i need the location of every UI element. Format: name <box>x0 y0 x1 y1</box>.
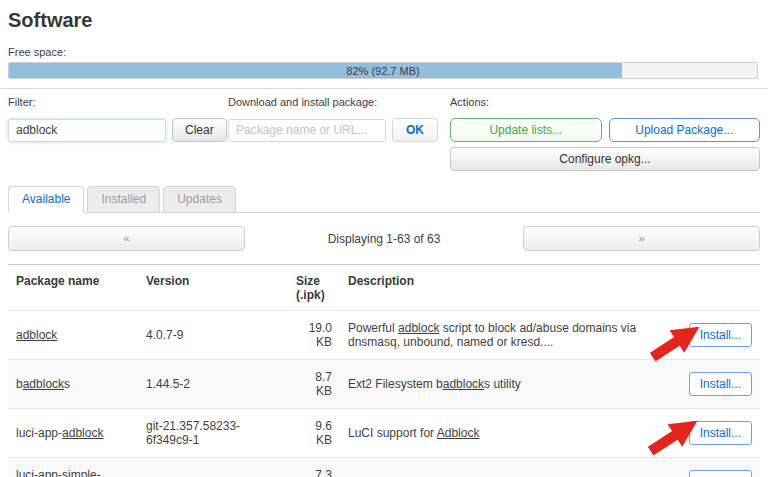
package-table: Package name Version Size (.ipk) Descrip… <box>8 264 760 477</box>
install-button[interactable]: Install... <box>689 372 752 396</box>
package-description: LuCI support for Adblock <box>340 409 676 458</box>
configure-opkg-button[interactable]: Configure opkg... <box>450 147 760 171</box>
package-name[interactable]: luci-app-adblock <box>8 409 138 458</box>
tab-installed[interactable]: Installed <box>87 186 160 213</box>
package-name[interactable]: badblocks <box>8 360 138 409</box>
action-cell: Install... <box>676 360 760 409</box>
page-title: Software <box>0 0 768 46</box>
free-space-label: Free space: <box>0 46 768 62</box>
package-size: 19.0 KB <box>288 311 340 360</box>
package-size: 7.3 KB <box>288 458 340 477</box>
header-description: Description <box>340 265 676 311</box>
update-lists-button[interactable]: Update lists... <box>450 118 602 142</box>
ok-button[interactable]: OK <box>392 118 438 142</box>
header-action <box>676 265 760 311</box>
package-version: git-21.357.58233-6f349c9-1 <box>138 409 288 458</box>
tab-available[interactable]: Available <box>8 186 84 213</box>
actions-label: Actions: <box>450 96 760 108</box>
download-label: Download and install package: <box>228 96 450 108</box>
install-button[interactable]: Install... <box>689 421 752 445</box>
filter-group: Filter: Clear <box>8 96 228 171</box>
prev-page-button[interactable]: « <box>8 226 245 251</box>
table-header-row: Package name Version Size (.ipk) Descrip… <box>8 265 760 311</box>
free-space-value: 82% (92.7 MB) <box>9 63 757 78</box>
package-name[interactable]: adblock <box>8 311 138 360</box>
next-page-button[interactable]: » <box>523 226 760 251</box>
package-description: Provides Web UI for simple-adblock servi… <box>340 458 676 477</box>
header-size: Size (.ipk) <box>288 265 340 311</box>
header-version: Version <box>138 265 288 311</box>
filter-label: Filter: <box>8 96 228 108</box>
clear-button[interactable]: Clear <box>172 118 227 142</box>
package-url-input[interactable] <box>228 119 386 142</box>
table-row-adblock: adblock 4.0.7-9 19.0 KB Powerful adblock… <box>8 311 760 360</box>
package-size: 9.6 KB <box>288 409 340 458</box>
table-row-luci-app-simple-adblock: luci-app-simple-adblock 1.8.7-3-1 7.3 KB… <box>8 458 760 477</box>
package-size: 8.7 KB <box>288 360 340 409</box>
package-version: 1.44.5-2 <box>138 360 288 409</box>
free-space-progressbar: 82% (92.7 MB) <box>8 62 758 79</box>
tab-updates[interactable]: Updates <box>163 186 236 213</box>
upload-package-button[interactable]: Upload Package... <box>609 118 761 142</box>
package-description: Powerful adblock script to block ad/abus… <box>340 311 676 360</box>
package-version: 4.0.7-9 <box>138 311 288 360</box>
pagination-status: Displaying 1-63 of 63 <box>245 232 523 246</box>
actions-group: Actions: Update lists... Upload Package.… <box>450 96 760 171</box>
table-row-badblocks: badblocks 1.44.5-2 8.7 KB Ext2 Filesyste… <box>8 360 760 409</box>
install-button[interactable]: Install... <box>689 323 752 347</box>
software-page: Software Free space: 82% (92.7 MB) Filte… <box>0 0 768 477</box>
table-row-luci-app-adblock: luci-app-adblock git-21.357.58233-6f349c… <box>8 409 760 458</box>
action-cell: Install... <box>676 409 760 458</box>
package-name[interactable]: luci-app-simple-adblock <box>8 458 138 477</box>
package-description: Ext2 Filesystem badblocks utility <box>340 360 676 409</box>
action-cell: Install... <box>676 458 760 477</box>
install-button[interactable]: Install... <box>689 470 752 477</box>
pagination: « Displaying 1-63 of 63 » <box>8 226 760 251</box>
header-package-name: Package name <box>8 265 138 311</box>
action-cell: Install... <box>676 311 760 360</box>
package-tabs: Available Installed Updates <box>8 186 760 213</box>
filter-input[interactable] <box>8 119 166 142</box>
package-version: 1.8.7-3-1 <box>138 458 288 477</box>
controls-section: Filter: Clear Download and install packa… <box>0 89 768 171</box>
download-group: Download and install package: OK <box>228 96 450 171</box>
